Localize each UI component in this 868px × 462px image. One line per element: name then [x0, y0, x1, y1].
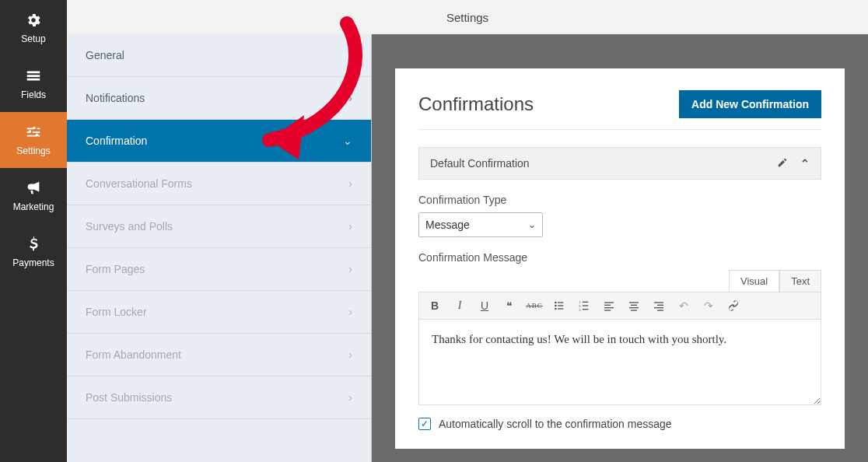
sliders-icon — [25, 124, 42, 141]
sidebar-item-label: Form Locker — [86, 306, 147, 318]
sidebar-item-confirmation[interactable]: Confirmation ⌄ — [67, 120, 371, 163]
chevron-right-icon: › — [348, 177, 352, 190]
sidebar-item-form-abandonment[interactable]: Form Abandonment › — [67, 334, 371, 376]
rail-item-setup[interactable]: Setup — [0, 0, 67, 56]
sidebar-item-label: Post Submissions — [86, 391, 172, 404]
rail-label: Marketing — [13, 201, 54, 212]
svg-point-4 — [555, 308, 557, 310]
svg-rect-19 — [631, 310, 637, 310]
confirmation-type-select[interactable]: Message ⌄ — [418, 212, 543, 237]
rail-item-settings[interactable]: Settings — [0, 112, 67, 168]
page-title: Settings — [446, 11, 488, 24]
align-right-icon[interactable] — [648, 295, 670, 317]
chevron-right-icon: › — [348, 92, 352, 104]
confirmation-type-field: Confirmation Type Message ⌄ — [418, 194, 821, 237]
chevron-right-icon: › — [348, 263, 352, 275]
svg-rect-11 — [583, 309, 588, 310]
sidebar-item-form-pages[interactable]: Form Pages › — [67, 248, 371, 291]
rail-label: Setup — [21, 33, 45, 44]
svg-rect-7 — [583, 302, 588, 303]
svg-rect-14 — [604, 307, 614, 308]
sidebar-item-conversational-forms[interactable]: Conversational Forms › — [67, 163, 371, 205]
svg-rect-12 — [604, 302, 614, 303]
numbered-list-icon[interactable]: 123 — [573, 295, 595, 317]
svg-point-0 — [555, 302, 557, 304]
svg-rect-18 — [629, 307, 639, 308]
rail-item-marketing[interactable]: Marketing — [0, 168, 67, 224]
confirmation-message-label: Confirmation Message — [418, 251, 821, 264]
svg-rect-1 — [558, 302, 563, 303]
panel-title: Confirmations — [418, 93, 534, 115]
confirmation-type-label: Confirmation Type — [418, 194, 821, 206]
align-left-icon[interactable] — [598, 295, 620, 317]
align-center-icon[interactable] — [623, 295, 645, 317]
sidebar-item-label: Conversational Forms — [86, 177, 192, 190]
card-header-actions: ⌃ — [777, 157, 810, 170]
left-rail: Setup Fields Settings Marketing Payments — [0, 0, 67, 462]
page-title-bar: Settings — [67, 0, 868, 34]
confirmation-card-title: Default Confirmation — [430, 157, 530, 170]
bullhorn-icon — [25, 180, 42, 197]
svg-rect-5 — [558, 308, 563, 309]
sidebar-item-label: Confirmation — [86, 135, 147, 147]
message-textarea[interactable]: Thanks for contacting us! We will be in … — [418, 320, 821, 405]
auto-scroll-checkbox-row[interactable]: ✓ Automatically scroll to the confirmati… — [418, 418, 821, 430]
rail-label: Settings — [16, 145, 50, 156]
svg-rect-13 — [604, 305, 611, 306]
bullet-list-icon[interactable] — [548, 295, 570, 317]
svg-rect-3 — [558, 305, 563, 306]
sidebar-item-form-locker[interactable]: Form Locker › — [67, 291, 371, 334]
svg-rect-15 — [604, 310, 611, 310]
edit-icon[interactable] — [777, 157, 788, 170]
sidebar-item-label: Surveys and Polls — [86, 220, 173, 233]
rail-item-payments[interactable]: Payments — [0, 224, 67, 280]
settings-sidebar: General › Notifications › Confirmation ⌄… — [67, 0, 372, 462]
sidebar-item-surveys-polls[interactable]: Surveys and Polls › — [67, 205, 371, 248]
sidebar-item-label: Notifications — [86, 92, 145, 104]
svg-rect-17 — [631, 305, 637, 306]
svg-point-2 — [555, 305, 557, 307]
message-editor: Visual Text B I U ❝ ABC 123 ↶ ↷ — [418, 270, 821, 405]
underline-icon[interactable]: U — [474, 295, 495, 317]
bold-icon[interactable]: B — [424, 295, 446, 317]
sidebar-item-label: Form Abandonment — [86, 348, 181, 361]
redo-icon[interactable]: ↷ — [698, 295, 719, 317]
rail-label: Payments — [12, 257, 54, 268]
chevron-right-icon: › — [348, 220, 352, 233]
rail-item-fields[interactable]: Fields — [0, 56, 67, 112]
settings-menu: General › Notifications › Confirmation ⌄… — [67, 0, 371, 419]
blockquote-icon[interactable]: ❝ — [499, 295, 520, 317]
strikethrough-icon[interactable]: ABC — [523, 295, 545, 317]
add-new-confirmation-button[interactable]: Add New Confirmation — [679, 90, 821, 118]
auto-scroll-label: Automatically scroll to the confirmation… — [439, 418, 672, 430]
dollar-icon — [25, 236, 42, 253]
editor-tabs: Visual Text — [418, 270, 821, 292]
rail-label: Fields — [21, 89, 46, 100]
sidebar-item-label: Form Pages — [86, 263, 145, 275]
svg-rect-21 — [657, 305, 663, 306]
sidebar-item-general[interactable]: General › — [67, 34, 371, 77]
confirmations-panel: Confirmations Add New Confirmation Defau… — [395, 68, 845, 449]
chevron-up-icon[interactable]: ⌃ — [800, 157, 810, 170]
sidebar-item-label: General — [86, 49, 124, 61]
sidebar-item-notifications[interactable]: Notifications › — [67, 77, 371, 120]
chevron-down-icon: ⌄ — [528, 219, 536, 230]
svg-rect-22 — [654, 307, 663, 308]
svg-rect-16 — [629, 302, 639, 303]
auto-scroll-checkbox[interactable]: ✓ — [418, 418, 431, 430]
tab-text[interactable]: Text — [779, 270, 821, 292]
gear-icon — [25, 12, 42, 29]
confirmation-card-header[interactable]: Default Confirmation ⌃ — [418, 147, 821, 180]
main-content: Confirmations Add New Confirmation Defau… — [372, 0, 868, 462]
chevron-down-icon: ⌄ — [343, 135, 352, 147]
link-icon[interactable] — [723, 295, 744, 317]
sidebar-item-post-submissions[interactable]: Post Submissions › — [67, 376, 371, 419]
svg-rect-9 — [583, 305, 588, 306]
svg-rect-23 — [657, 310, 663, 310]
list-icon — [25, 68, 42, 85]
chevron-right-icon: › — [348, 348, 352, 361]
italic-icon[interactable]: I — [449, 295, 471, 317]
chevron-right-icon: › — [348, 391, 352, 404]
undo-icon[interactable]: ↶ — [673, 295, 695, 317]
tab-visual[interactable]: Visual — [729, 270, 779, 292]
